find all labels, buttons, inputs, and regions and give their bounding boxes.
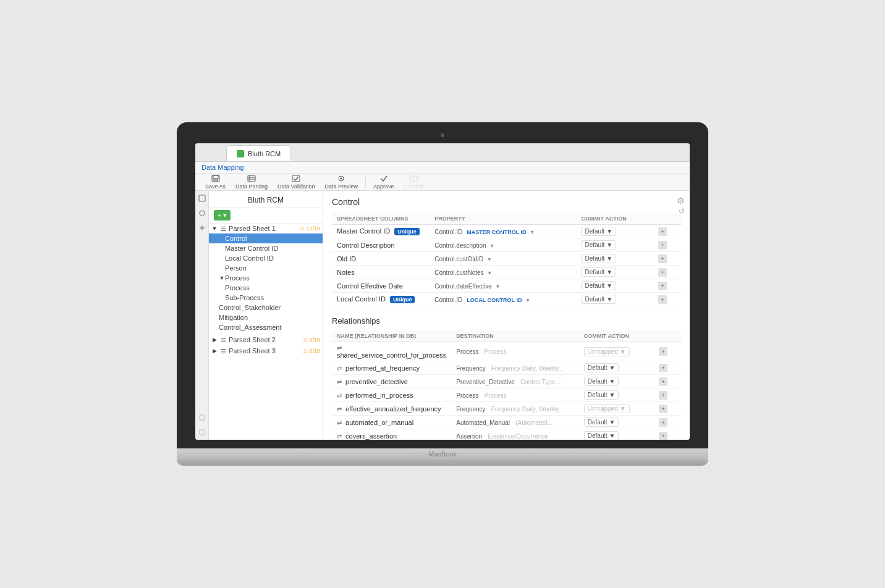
nav-icon-bottom-1[interactable] — [197, 413, 207, 422]
rel-cell-dest[interactable]: Frequency Frequency Daily, Weekly... — [451, 402, 578, 416]
tree-item-subprocess[interactable]: Sub-Process — [209, 293, 323, 303]
nav-icon-2[interactable] — [197, 208, 207, 218]
table-cell-commit[interactable]: Default ▼ — [576, 225, 653, 238]
rel-commit-select[interactable]: Unmapped ▼ — [584, 347, 630, 356]
rel-commit-arrow: ▼ — [620, 405, 626, 412]
data-preview-button[interactable]: Data Preview — [321, 173, 362, 191]
table-cell-commit[interactable]: Default ▼ — [576, 266, 653, 279]
person-label: Person — [225, 264, 247, 272]
rel-cell-commit[interactable]: Unmapped ▼ — [579, 402, 654, 416]
table-cell-property[interactable]: Control.ID LOCAL CONTROL ID ▼ — [430, 293, 576, 306]
rel-action-btn[interactable]: + — [659, 364, 667, 372]
commit-select[interactable]: Default ▼ — [581, 295, 616, 304]
approve-button[interactable]: Approve — [370, 173, 398, 191]
sidebar-title: Bluth RCM — [248, 196, 284, 204]
table-row: Master Control ID Unique Control.ID MAST… — [332, 225, 681, 238]
rel-cell-commit[interactable]: Default ▼ — [579, 429, 654, 440]
tree-item-sheet2[interactable]: ▶ ☰ Parsed Sheet 2 ⚠ 0/15 — [209, 335, 323, 345]
rel-commit-select[interactable]: Default ▼ — [584, 431, 619, 440]
commit-select[interactable]: Default ▼ — [581, 254, 616, 263]
rel-cell-dest[interactable]: Assertion Existence/Occurrence — [451, 429, 578, 440]
tree-item-master-control-id[interactable]: Master Control ID — [209, 243, 323, 253]
table-cell-property[interactable]: Control.custOldID ▼ — [430, 252, 576, 266]
tree-item-mitigation[interactable]: Mitigation — [209, 313, 323, 322]
tree-item-stakeholder[interactable]: Control_Stakeholder — [209, 303, 323, 313]
rel-action-btn[interactable]: + — [659, 347, 667, 356]
screen-bezel: Bluth RCM Data Mapping Save As — [177, 122, 708, 448]
rel-action-btn[interactable]: + — [659, 432, 667, 440]
rel-action-btn[interactable]: + — [659, 405, 667, 413]
rel-cell-action: + — [654, 402, 681, 416]
settings-icon[interactable]: ⚙ — [677, 196, 685, 206]
data-validation-button[interactable]: Data Validation — [274, 173, 318, 191]
table-cell-commit[interactable]: Default ▼ — [576, 279, 653, 293]
svg-rect-7 — [292, 175, 300, 182]
rel-icon: ⇄ — [337, 406, 342, 413]
save-as-label: Save As — [205, 183, 226, 190]
rel-cell-dest[interactable]: Frequency Frequency Daily, Weekly... — [451, 361, 578, 375]
table-cell-commit[interactable]: Default ▼ — [576, 252, 653, 266]
rel-commit-select[interactable]: Default ▼ — [584, 363, 619, 372]
rel-action-btn[interactable]: + — [659, 418, 667, 427]
rel-cell-commit[interactable]: Unmapped ▼ — [579, 342, 654, 361]
rel-commit-select[interactable]: Unmapped ▼ — [584, 404, 630, 413]
rel-table-row: ⇄ covers_assertion Assertion Existence/O… — [332, 429, 681, 440]
add-button[interactable]: + ▾ — [214, 210, 231, 220]
rel-commit-arrow: ▼ — [609, 392, 615, 398]
table-cell-property[interactable]: Control.ID MASTER CONTROL ID ▼ — [430, 225, 576, 238]
tree-item-sheet3[interactable]: ▶ ☰ Parsed Sheet 3 ⚠ 0/15 — [209, 346, 323, 356]
nav-icon-1[interactable] — [197, 193, 207, 203]
tree-item-control[interactable]: Control — [209, 233, 323, 243]
col-property-header: PROPERTY — [430, 213, 576, 225]
rel-commit-select[interactable]: Default ▼ — [584, 390, 619, 400]
row-action-btn[interactable]: + — [658, 254, 667, 263]
row-action-btn[interactable]: + — [658, 295, 667, 304]
tree-item-process-group[interactable]: ▼ Process — [209, 273, 323, 283]
history-icon[interactable]: ↺ — [679, 207, 685, 216]
rel-cell-dest[interactable]: Preventive_Detective Control Type ... — [451, 375, 578, 388]
data-preview-label: Data Preview — [324, 183, 358, 190]
tree-item-assessment[interactable]: Control_Assessment — [209, 322, 323, 332]
rel-action-btn[interactable]: + — [659, 377, 667, 386]
commit-select[interactable]: Default ▼ — [581, 281, 616, 290]
rel-cell-name: ⇄ shared_service_control_for_process — [332, 342, 451, 361]
rel-name: covers_assertion — [345, 432, 397, 440]
row-action-btn[interactable]: + — [658, 227, 667, 236]
rel-cell-commit[interactable]: Default ▼ — [579, 361, 654, 375]
table-cell-property[interactable]: Control.custNotes ▼ — [430, 266, 576, 279]
rel-cell-dest[interactable]: Process Process — [451, 342, 578, 361]
commit-button[interactable]: Commit — [400, 173, 427, 191]
data-parsing-button[interactable]: Data Parsing — [232, 173, 271, 191]
table-row: Old ID Control.custOldID ▼ Default ▼ + — [332, 252, 681, 266]
row-action-btn[interactable]: + — [658, 282, 667, 290]
tree-item-process[interactable]: Process — [209, 283, 323, 293]
nav-icon-3[interactable] — [197, 223, 207, 233]
col-commit-header: COMMIT ACTION — [576, 213, 653, 225]
tree-item-sheet1[interactable]: ▼ ☰ Parsed Sheet 1 ⚠ 12/19 — [209, 224, 323, 233]
nav-icon-bottom-2[interactable] — [197, 427, 207, 437]
commit-select[interactable]: Default ▼ — [581, 227, 616, 236]
table-cell-property[interactable]: Control.dateEffective ▼ — [430, 279, 576, 293]
rel-cell-dest[interactable]: Automated_Manual (Automated... — [451, 416, 578, 429]
app-tab[interactable]: Bluth RCM — [226, 145, 291, 161]
row-action-btn[interactable]: + — [658, 268, 667, 277]
svg-rect-10 — [410, 176, 417, 181]
table-cell-commit[interactable]: Default ▼ — [576, 293, 653, 306]
tree-item-person[interactable]: Person — [209, 263, 323, 273]
row-action-btn[interactable]: + — [658, 241, 667, 250]
rel-cell-commit[interactable]: Default ▼ — [579, 375, 654, 388]
rel-cell-action: + — [654, 416, 681, 429]
rel-commit-select[interactable]: Default ▼ — [584, 418, 619, 427]
rel-cell-dest[interactable]: Process Process — [451, 388, 578, 402]
commit-select[interactable]: Default ▼ — [581, 240, 616, 250]
rel-cell-commit[interactable]: Default ▼ — [579, 416, 654, 429]
rel-cell-commit[interactable]: Default ▼ — [579, 388, 654, 402]
rel-commit-select[interactable]: Default ▼ — [584, 377, 619, 386]
save-as-button[interactable]: Save As — [201, 173, 229, 191]
tree-item-local-control-id[interactable]: Local Control ID — [209, 253, 323, 263]
commit-select[interactable]: Default ▼ — [581, 267, 616, 277]
table-cell-property[interactable]: Control.description ▼ — [430, 238, 576, 252]
table-cell-commit[interactable]: Default ▼ — [576, 238, 653, 252]
rel-action-btn[interactable]: + — [659, 391, 667, 400]
toggle-sheet3: ▶ — [211, 348, 218, 354]
